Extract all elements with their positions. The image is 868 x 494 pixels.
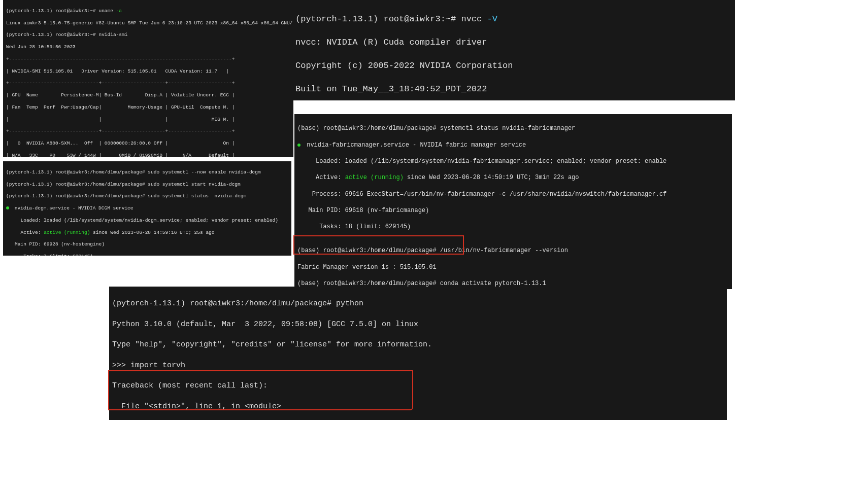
line: (pytorch-1.13.1) root@aiwkr3:~# nvcc -V [295,14,732,25]
line: nvidia-dcgm.service - NVIDIA DCGM servic… [6,205,288,211]
line: Loaded: loaded (/lib/systemd/system/nvid… [297,157,729,165]
line: Traceback (most recent call last): [112,381,724,391]
line: File "<stdin>", line 1, in <module> [112,402,724,412]
line: Linux aiwkr3 5.15.0-75-generic #82-Ubunt… [6,20,290,26]
line: Active: active (running) since Wed 2023-… [297,173,729,182]
line: nvcc: NVIDIA (R) Cuda compiler driver [295,37,732,49]
terminal-nvidia-smi[interactable]: (pytorch-1.13.1) root@aiwkr3:~# uname -a… [3,0,293,157]
line: (pytorch-1.13.1) root@aiwkr3:/home/dlmu/… [6,193,288,199]
terminal-fabricmanager-version[interactable]: (base) root@aiwkr3:/home/dlmu/package# /… [294,236,732,289]
terminal-python-torch[interactable]: (pytorch-1.13.1) root@aiwkr3:/home/dlmu/… [109,287,727,420]
line: nvidia-fabricmanager.service - NVIDIA fa… [297,141,729,149]
line: (base) root@aiwkr3:/home/dlmu/package# /… [297,246,729,255]
line: Process: 69616 ExecStart=/usr/bin/nv-fab… [297,190,729,198]
line: Main PID: 69618 (nv-fabricmanage) [297,206,729,215]
status-dot-icon [297,144,301,147]
line: (pytorch-1.13.1) root@aiwkr3:/home/dlmu/… [6,169,288,175]
terminal-nvcc[interactable]: (pytorch-1.13.1) root@aiwkr3:~# nvcc -V … [292,0,735,100]
sep: +---------------------------------------… [6,56,290,62]
hd: | | | MIG M. | [6,117,290,123]
line: (pytorch-1.13.1) root@aiwkr3:/home/dlmu/… [112,299,724,309]
line: (pytorch-1.13.1) root@aiwkr3:~# nvidia-s… [6,32,290,38]
line: Python 3.10.0 (default, Mar 3 2022, 09:5… [112,320,724,330]
status-dot-icon [6,206,9,209]
line: Tasks: 18 (limit: 629145) [297,223,729,231]
gpu0: | N/A 33C P0 53W / 144W | 0MiB / 81920Mi… [6,153,290,157]
line: (pytorch-1.13.1) root@aiwkr3:/home/dlmu/… [6,182,288,188]
gpu0: | 0 NVIDIA A800-SXM... Off | 00000000:26… [6,140,290,147]
line: >>> import torvh [112,361,724,371]
line: (pytorch-1.13.1) root@aiwkr3:~# uname -a [6,8,290,14]
line: Tasks: 7 (limit: 629145) [6,254,288,256]
line: Copyright (c) 2005-2022 NVIDIA Corporati… [295,60,732,72]
hd: | Fan Temp Perf Pwr:Usage/Cap| Memory-Us… [6,104,290,111]
terminal-fabricmanager-status[interactable]: (base) root@aiwkr3:/home/dlmu/package# s… [294,114,732,238]
hd: | GPU Name Persistence-M| Bus-Id Disp.A … [6,92,290,98]
line: Built on Tue_May__3_18:49:52_PDT_2022 [295,84,732,95]
line: Fabric Manager version is : 515.105.01 [297,263,729,271]
line: Wed Jun 28 10:59:56 2023 [6,44,290,50]
sep: +-------------------------------+-------… [6,80,290,86]
line: Loaded: loaded (/lib/systemd/system/nvid… [6,218,288,224]
sep: +-------------------------------+-------… [6,128,290,134]
line: Main PID: 69928 (nv-hostengine) [6,241,288,248]
line: Type "help", "copyright", "credits" or "… [112,340,724,350]
terminal-dcgm[interactable]: (pytorch-1.13.1) root@aiwkr3:/home/dlmu/… [3,161,291,256]
hdr: | NVIDIA-SMI 515.105.01 Driver Version: … [6,68,290,75]
line: Active: active (running) since Wed 2023-… [6,230,288,236]
line: (base) root@aiwkr3:/home/dlmu/package# s… [297,124,729,132]
